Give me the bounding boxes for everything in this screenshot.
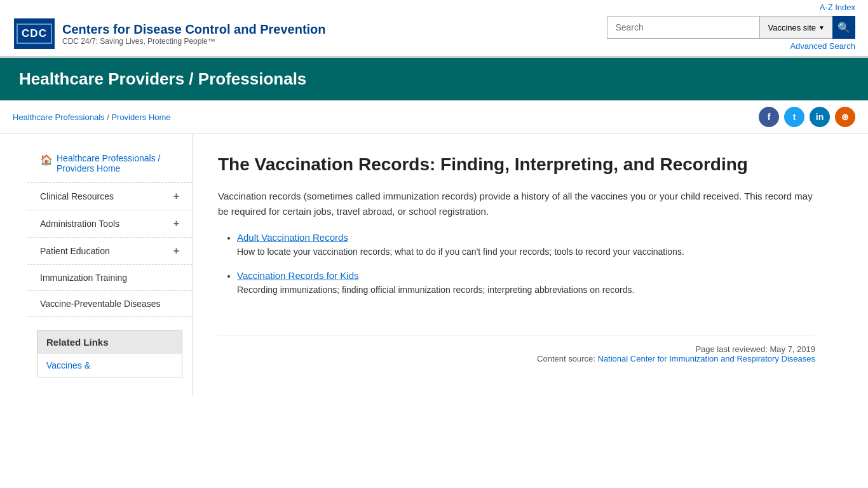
logo-area: CDC Centers for Disease Control and Prev… [13, 17, 326, 50]
breadcrumb: Healthcare Professionals / Providers Hom… [13, 112, 171, 122]
search-button[interactable]: 🔍 [832, 16, 855, 39]
content-list: Adult Vaccination Records How to locate … [218, 232, 815, 297]
sidebar-training-label: Immunization Training [40, 273, 127, 283]
adult-vaccination-desc: How to locate your vaccination records; … [237, 245, 815, 259]
list-item-adult: Adult Vaccination Records How to locate … [237, 232, 815, 259]
search-area: Vaccines site ▼ 🔍 Advanced Search [607, 16, 855, 51]
related-links-header: Related Links [37, 330, 182, 354]
org-name: Centers for Disease Control and Preventi… [62, 22, 326, 37]
advanced-search-bar: Advanced Search [790, 41, 855, 51]
sidebar-home[interactable]: 🏠 Healthcare Professionals / Providers H… [27, 147, 192, 183]
facebook-icon[interactable]: f [759, 107, 779, 127]
search-input[interactable] [607, 16, 759, 39]
adult-vaccination-link[interactable]: Adult Vaccination Records [237, 232, 348, 243]
search-icon: 🔍 [837, 22, 850, 34]
list-item-kids: Vaccination Records for Kids Recording i… [237, 270, 815, 297]
sidebar-clinical-label: Clinical Resources [40, 191, 114, 201]
sidebar-home-link[interactable]: 🏠 Healthcare Professionals / Providers H… [40, 153, 179, 173]
breadcrumb-link-1[interactable]: Healthcare Professionals [13, 112, 105, 122]
sidebar-patient-label: Patient Education [40, 246, 110, 256]
expand-icon-clinical: + [173, 191, 179, 202]
linkedin-icon[interactable]: in [810, 107, 830, 127]
sidebar-item-patient[interactable]: Patient Education + [27, 238, 192, 265]
content-source-line: Content source: National Center for Immu… [218, 354, 815, 363]
chevron-down-icon: ▼ [818, 24, 825, 31]
advanced-search-link[interactable]: Advanced Search [790, 41, 855, 51]
syndication-icon[interactable]: ⊛ [835, 107, 855, 127]
sidebar-item-administration[interactable]: Administration Tools + [27, 210, 192, 238]
breadcrumb-link-2[interactable]: Providers Home [111, 112, 170, 122]
kids-vaccination-link[interactable]: Vaccination Records for Kids [237, 270, 358, 281]
search-scope-button[interactable]: Vaccines site ▼ [759, 16, 832, 39]
breadcrumb-bar: Healthcare Professionals / Providers Hom… [0, 100, 868, 134]
content-footer: Page last reviewed: May 7, 2019 Content … [218, 335, 815, 363]
az-index-bar: A-Z Index [13, 0, 855, 16]
search-row: Vaccines site ▼ 🔍 [607, 16, 855, 39]
related-links-box: Related Links Vaccines & [37, 330, 182, 377]
social-icons: f t in ⊛ [759, 107, 855, 127]
sidebar-item-clinical[interactable]: Clinical Resources + [27, 183, 192, 210]
sidebar-administration-label: Administration Tools [40, 219, 119, 229]
twitter-icon[interactable]: t [784, 107, 804, 127]
org-name-area: Centers for Disease Control and Preventi… [62, 22, 326, 46]
content-intro: Vaccination records (sometimes called im… [218, 189, 815, 219]
org-tagline: CDC 24/7: Saving Lives, Protecting Peopl… [62, 37, 326, 46]
sidebar-home-label: Healthcare Professionals / Providers Hom… [57, 153, 179, 173]
home-icon: 🏠 [40, 154, 53, 166]
top-bar: A-Z Index CDC Centers for Disease Contro… [0, 0, 868, 58]
page-banner: Healthcare Providers / Professionals [0, 58, 868, 100]
cdc-logo-text: CDC [17, 24, 52, 44]
related-link-vaccines[interactable]: Vaccines & [46, 360, 90, 370]
page-review-date: Page last reviewed: May 7, 2019 [218, 344, 815, 354]
search-scope-label: Vaccines site [768, 23, 816, 32]
content-source-link[interactable]: National Center for Immunization and Res… [598, 354, 816, 363]
main-layout: 🏠 Healthcare Professionals / Providers H… [27, 134, 841, 396]
sidebar-item-vaccine-diseases[interactable]: Vaccine-Preventable Diseases [27, 291, 192, 317]
sidebar: 🏠 Healthcare Professionals / Providers H… [27, 134, 193, 396]
cdc-logo: CDC [13, 17, 56, 50]
kids-vaccination-desc: Recording immunizations; finding officia… [237, 283, 815, 297]
sidebar-item-training[interactable]: Immunization Training [27, 265, 192, 291]
related-links-content: Vaccines & [37, 354, 182, 377]
page-banner-title: Healthcare Providers / Professionals [19, 69, 849, 89]
content-area: The Vaccination Records: Finding, Interp… [193, 134, 841, 396]
sidebar-diseases-label: Vaccine-Preventable Diseases [40, 299, 161, 309]
content-title: The Vaccination Records: Finding, Interp… [218, 153, 815, 176]
expand-icon-administration: + [173, 218, 179, 229]
az-index-link[interactable]: A-Z Index [820, 3, 855, 12]
content-source-label: Content source: [537, 354, 597, 363]
expand-icon-patient: + [173, 245, 179, 257]
